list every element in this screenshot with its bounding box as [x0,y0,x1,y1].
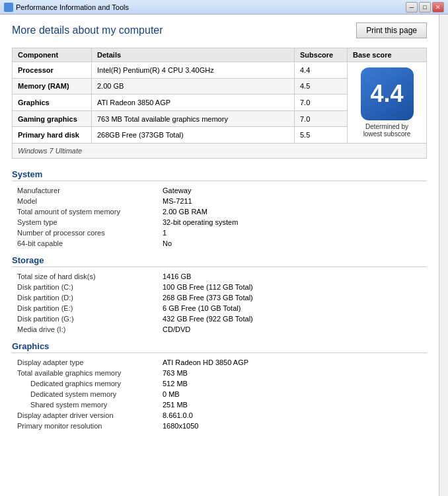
info-label: Disk partition (D:) [12,292,157,303]
details-cell: 763 MB Total available graphics memory [92,110,295,127]
badge-description: Determined bylowest subscore [353,123,421,138]
page-title: More details about my computer [12,24,163,36]
col-details: Details [92,48,295,62]
info-value: 8.661.0.0 [157,410,427,421]
system-section-header: System [12,169,427,181]
minimize-button[interactable]: ─ [406,2,418,13]
info-label: Total available graphics memory [12,368,157,378]
info-label: Media drive (I:) [12,324,157,335]
info-value: 251 MB [157,399,427,410]
info-value: 100 GB Free (112 GB Total) [157,282,427,292]
graphics-info-table: Display adapter typeATI Radeon HD 3850 A… [12,357,427,431]
info-label: Number of processor cores [12,227,157,238]
list-item: Number of processor cores1 [12,227,427,238]
details-cell: 268GB Free (373GB Total) [92,127,295,144]
list-item: Disk partition (C:)100 GB Free (112 GB T… [12,282,427,292]
info-value: 268 GB Free (373 GB Total) [157,292,427,303]
list-item: Total size of hard disk(s)1416 GB [12,271,427,282]
info-value: CD/DVD [157,324,427,335]
info-label: Disk partition (E:) [12,303,157,313]
info-label: System type [12,217,157,227]
details-cell: Intel(R) Pentium(R) 4 CPU 3.40GHz [92,62,295,79]
list-item: Disk partition (G:)432 GB Free (922 GB T… [12,313,427,324]
info-value: 6 GB Free (10 GB Total) [157,303,427,313]
scrollbar[interactable] [439,15,448,496]
info-value: ATI Radeon HD 3850 AGP [157,357,427,368]
component-cell: Processor [13,62,92,79]
info-value: 0 MB [157,389,427,399]
window-title: Performance Information and Tools [16,3,406,11]
list-item: Dedicated system memory0 MB [12,389,427,399]
details-cell: 2.00 GB [92,78,295,95]
score-table: Component Details Subscore Base score Pr… [12,48,427,159]
main-window: Performance Information and Tools ─ □ ✕ … [0,0,448,496]
os-row: Windows 7 Ultimate [13,144,427,159]
component-cell: Gaming graphics [13,110,92,127]
info-label: Shared system memory [12,399,157,410]
info-label: Display adapter type [12,357,157,368]
component-cell: Graphics [13,95,92,111]
badge-score-number: 4.4 [370,82,403,106]
info-value: 763 MB [157,368,427,378]
list-item: Dedicated graphics memory512 MB [12,378,427,389]
info-value: 512 MB [157,378,427,389]
details-cell: ATI Radeon 3850 AGP [92,95,295,111]
info-value: 2.00 GB RAM [157,206,427,217]
info-value: 432 GB Free (922 GB Total) [157,313,427,324]
list-item: 64-bit capableNo [12,238,427,249]
restore-button[interactable]: □ [419,2,431,13]
print-button[interactable]: Print this page [356,22,427,38]
titlebar: Performance Information and Tools ─ □ ✕ [0,0,448,15]
list-item: Total amount of system memory2.00 GB RAM [12,206,427,217]
component-cell: Primary hard disk [13,127,92,144]
list-item: Disk partition (D:)268 GB Free (373 GB T… [12,292,427,303]
info-label: Total amount of system memory [12,206,157,217]
info-value: MS-7211 [157,196,427,206]
info-label: Disk partition (C:) [12,282,157,292]
col-component: Component [13,48,92,62]
subscore-cell: 4.4 [295,62,348,79]
info-label: Manufacturer [12,185,157,196]
close-button[interactable]: ✕ [432,2,444,13]
info-label: 64-bit capable [12,238,157,249]
subscore-cell: 5.5 [295,127,348,144]
list-item: Media drive (I:)CD/DVD [12,324,427,335]
system-info-table: ManufacturerGatewayModelMS-7211Total amo… [12,185,427,249]
info-label: Primary monitor resolution [12,421,157,431]
window-controls: ─ □ ✕ [406,2,444,13]
info-value: 1680x1050 [157,421,427,431]
subscore-cell: 7.0 [295,110,348,127]
info-value: 1416 GB [157,271,427,282]
info-value: Gateway [157,185,427,196]
list-item: ModelMS-7211 [12,196,427,206]
app-icon [4,3,13,12]
basescore-cell: 4.4Determined bylowest subscore [348,62,427,144]
subscore-cell: 4.5 [295,78,348,95]
list-item: Primary monitor resolution1680x1050 [12,421,427,431]
list-item: Display adapter driver version8.661.0.0 [12,410,427,421]
list-item: Total available graphics memory763 MB [12,368,427,378]
list-item: Disk partition (E:)6 GB Free (10 GB Tota… [12,303,427,313]
info-label: Display adapter driver version [12,410,157,421]
storage-section-header: Storage [12,255,427,267]
page-header: More details about my computer Print thi… [12,22,427,38]
info-label: Total size of hard disk(s) [12,271,157,282]
component-cell: Memory (RAM) [13,78,92,95]
subscore-cell: 7.0 [295,95,348,111]
table-header-row: Component Details Subscore Base score [13,48,427,62]
content-area: More details about my computer Print thi… [0,15,448,496]
table-row: ProcessorIntel(R) Pentium(R) 4 CPU 3.40G… [13,62,427,79]
storage-info-table: Total size of hard disk(s)1416 GBDisk pa… [12,271,427,335]
inner-content: More details about my computer Print thi… [0,15,439,442]
os-label: Windows 7 Ultimate [13,144,427,159]
info-label: Model [12,196,157,206]
info-value: 1 [157,227,427,238]
info-value: 32-bit operating system [157,217,427,227]
col-basescore: Base score [348,48,427,62]
info-label: Dedicated system memory [12,389,157,399]
list-item: Shared system memory251 MB [12,399,427,410]
score-badge: 4.4 [361,67,414,120]
list-item: ManufacturerGateway [12,185,427,196]
col-subscore: Subscore [295,48,348,62]
graphics-section-header: Graphics [12,341,427,353]
